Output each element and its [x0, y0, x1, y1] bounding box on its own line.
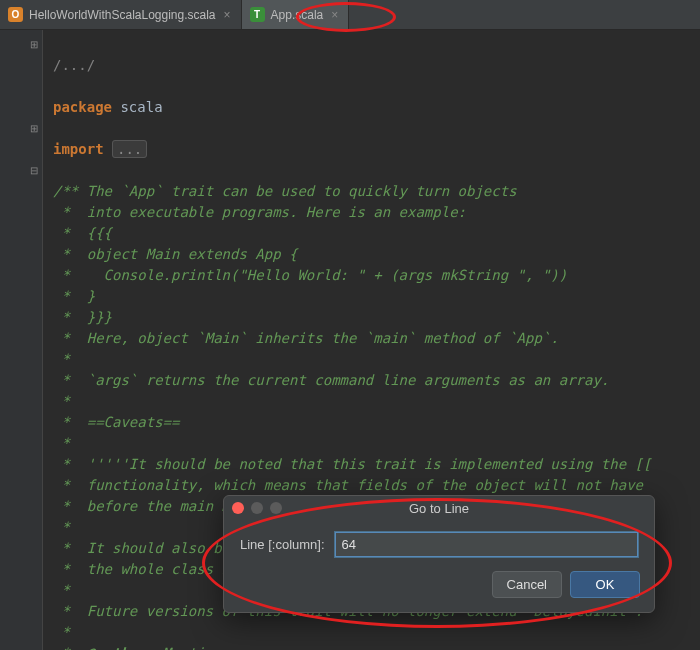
keyword-package: package: [53, 99, 112, 115]
line-column-label: Line [:column]:: [240, 537, 325, 552]
dialog-titlebar[interactable]: Go to Line: [224, 496, 654, 520]
tab-hello-world[interactable]: O HelloWorldWithScalaLogging.scala ×: [0, 0, 242, 29]
dialog-title: Go to Line: [224, 501, 654, 516]
object-file-icon: O: [8, 7, 23, 22]
doc-line: * ==Caveats==: [53, 414, 179, 430]
trait-file-icon: T: [250, 7, 265, 22]
package-name: scala: [112, 99, 163, 115]
doc-line: /** The `App` trait can be used to quick…: [53, 183, 517, 199]
folded-imports[interactable]: ...: [112, 140, 147, 158]
doc-line: * }}}: [53, 309, 112, 325]
doc-line: * object Main extends App {: [53, 246, 297, 262]
doc-line: *: [53, 393, 70, 409]
ok-button[interactable]: OK: [570, 571, 640, 598]
line-number-input[interactable]: [335, 532, 638, 557]
fold-toggle-icon[interactable]: ⊟: [0, 160, 42, 181]
doc-line: * }: [53, 288, 95, 304]
keyword-import: import: [53, 141, 104, 157]
doc-line: *: [53, 624, 70, 640]
fold-toggle-icon[interactable]: ⊞: [0, 34, 42, 55]
close-icon[interactable]: ×: [222, 8, 233, 22]
tab-app-scala[interactable]: T App.scala ×: [242, 0, 350, 29]
cancel-button[interactable]: Cancel: [492, 571, 562, 598]
doc-author-tag: @author: [87, 645, 146, 650]
tab-bar: O HelloWorldWithScalaLogging.scala × T A…: [0, 0, 700, 30]
tab-label: App.scala: [271, 8, 324, 22]
tab-label: HelloWorldWithScalaLogging.scala: [29, 8, 216, 22]
doc-line: * {{{: [53, 225, 112, 241]
go-to-line-dialog: Go to Line Line [:column]: Cancel OK: [223, 495, 655, 613]
doc-line: * functionality, which means that fields…: [53, 477, 643, 493]
gutter: ⊞ ⊞ ⊟: [0, 30, 43, 650]
doc-line: *: [53, 351, 70, 367]
doc-line: * '''''It should be noted that this trai…: [53, 456, 651, 472]
close-icon[interactable]: ×: [329, 8, 340, 22]
doc-line: *: [53, 582, 70, 598]
doc-line: *: [53, 435, 70, 451]
doc-line: * into executable programs. Here is an e…: [53, 204, 466, 220]
doc-line: * Console.println("Hello World: " + (arg…: [53, 267, 567, 283]
doc-line: * `args` returns the current command lin…: [53, 372, 609, 388]
doc-line: * Here, object `Main` inherits the `main…: [53, 330, 559, 346]
fold-toggle-icon[interactable]: ⊞: [0, 118, 42, 139]
folded-region[interactable]: /.../: [53, 57, 95, 73]
doc-line: *: [53, 519, 70, 535]
doc-line: *: [53, 645, 87, 650]
doc-author-value: Marti: [146, 645, 205, 650]
